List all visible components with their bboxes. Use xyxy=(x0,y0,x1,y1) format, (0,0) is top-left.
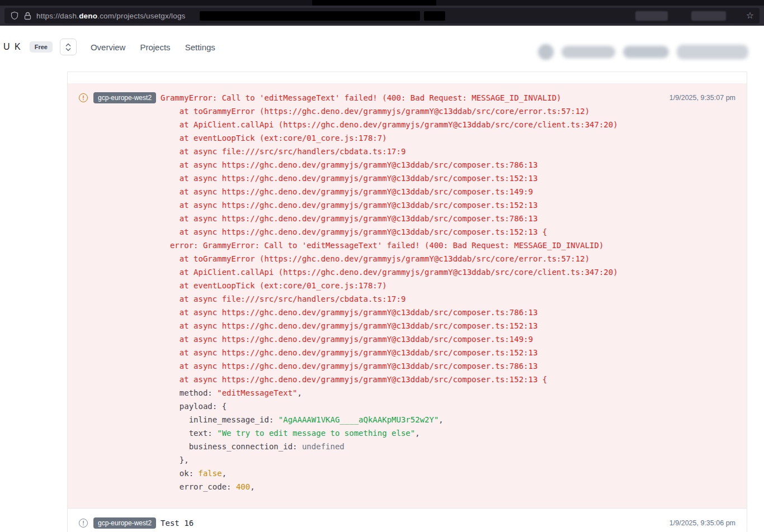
redacted-toolbar-item xyxy=(691,11,726,21)
url-scheme: https://dash. xyxy=(36,12,79,20)
log-text-segment: , xyxy=(438,415,443,424)
log-text-segment: "editMessageText" xyxy=(217,388,297,397)
info-level-icon: ! xyxy=(79,519,88,528)
log-text-segment: GrammyError: Call to 'editMessageText' f… xyxy=(161,93,561,102)
log-text-segment: "AgAAAAW1VKAG____aQkAAKpMU3r52w2Y" xyxy=(279,415,439,424)
log-text-segment: at async https://ghc.deno.dev/grammyjs/g… xyxy=(161,335,533,344)
site-header: U K Free Overview Projects Settings xyxy=(0,26,764,68)
log-text-segment: ok: xyxy=(161,469,198,478)
tab-strip[interactable] xyxy=(0,0,764,6)
log-text-segment: at async https://ghc.deno.dev/grammyjs/g… xyxy=(161,362,537,370)
log-text-segment: at toGrammyError (https://ghc.deno.dev/g… xyxy=(161,254,589,263)
redacted-header-area xyxy=(538,44,748,60)
log-text-segment: at eventLoopTick (ext:core/01_core.js:17… xyxy=(161,281,387,290)
log-text-segment: at async file:///src/src/handlers/cbdata… xyxy=(161,147,405,156)
log-text-segment: at toGrammyError (https://ghc.deno.dev/g… xyxy=(161,107,589,116)
log-text-segment: at ApiClient.callApi (https://ghc.deno.d… xyxy=(161,120,618,129)
url-path: .com/projects/usetgx/logs xyxy=(97,12,185,20)
plan-badge: Free xyxy=(30,41,53,53)
bookmark-star-icon[interactable]: ☆ xyxy=(746,11,754,20)
log-text-segment: at async https://ghc.deno.dev/grammyjs/g… xyxy=(161,227,547,236)
log-text-segment: at async https://ghc.deno.dev/grammyjs/g… xyxy=(161,214,537,223)
log-text-segment: at ApiClient.callApi (https://ghc.deno.d… xyxy=(161,268,618,277)
log-text-segment: at async https://ghc.deno.dev/grammyjs/g… xyxy=(161,174,537,183)
url-domain: deno xyxy=(79,12,97,20)
log-text-segment: business_connection_id: xyxy=(161,442,302,451)
log-text-segment: , xyxy=(415,429,419,438)
log-text-segment: "We try to edit message to something els… xyxy=(217,429,415,438)
redacted-header-item xyxy=(677,45,748,59)
url-bar[interactable]: https://dash.deno.com/projects/usetgx/lo… xyxy=(4,8,760,23)
redacted-toolbar-item xyxy=(635,11,668,21)
browser-chrome: https://dash.deno.com/projects/usetgx/lo… xyxy=(0,0,764,26)
log-text-segment: method: xyxy=(161,388,217,397)
log-entry[interactable]: !gcp-europe-west2Test 161/9/2025, 9:35:0… xyxy=(68,508,747,532)
log-text-segment: error: GrammyError: Call to 'editMessage… xyxy=(161,241,603,250)
url-bar-row: https://dash.deno.com/projects/usetgx/lo… xyxy=(0,6,764,26)
main-nav: Overview Projects Settings xyxy=(91,42,215,52)
org-switcher[interactable]: U K Free xyxy=(3,39,77,55)
log-text-segment: 400 xyxy=(236,482,250,491)
lock-icon[interactable] xyxy=(24,12,31,20)
shield-icon[interactable] xyxy=(10,11,19,20)
org-switcher-chevron-icon[interactable] xyxy=(60,39,77,55)
region-badge: gcp-europe-west2 xyxy=(93,517,156,529)
log-text-segment: false xyxy=(199,469,222,478)
log-text-segment: , xyxy=(298,388,302,397)
log-message: Test 16 xyxy=(161,516,661,530)
log-timestamp: 1/9/2025, 9:35:06 pm xyxy=(669,516,735,527)
log-panel[interactable]: !gcp-europe-west2GrammyError: Call to 'e… xyxy=(67,72,747,532)
log-text-segment: at async https://ghc.deno.dev/grammyjs/g… xyxy=(161,160,537,169)
log-text-segment: at async https://ghc.deno.dev/grammyjs/g… xyxy=(161,321,537,330)
redacted-url-segment xyxy=(200,11,420,21)
log-text-segment: undefined xyxy=(302,442,345,451)
log-entry[interactable]: !gcp-europe-west2GrammyError: Call to 'e… xyxy=(68,83,747,508)
log-text-segment: inline_message_id: xyxy=(161,415,279,424)
region-badge: gcp-europe-west2 xyxy=(93,92,156,103)
redacted-url-segment-small xyxy=(424,11,445,21)
log-text-segment: at async https://ghc.deno.dev/grammyjs/g… xyxy=(161,308,537,317)
log-text-segment: at async https://ghc.deno.dev/grammyjs/g… xyxy=(161,375,547,384)
log-text-segment: at eventLoopTick (ext:core/01_core.js:17… xyxy=(161,134,387,142)
redacted-header-item xyxy=(562,46,615,58)
log-text-segment: , xyxy=(250,482,254,491)
log-text-segment: at async https://ghc.deno.dev/grammyjs/g… xyxy=(161,201,537,210)
nav-projects[interactable]: Projects xyxy=(140,42,170,52)
log-list: !gcp-europe-west2GrammyError: Call to 'e… xyxy=(68,83,747,532)
log-text-segment: at async https://ghc.deno.dev/grammyjs/g… xyxy=(161,348,537,357)
log-text-segment: }, xyxy=(161,455,189,464)
nav-overview[interactable]: Overview xyxy=(91,42,126,52)
log-text-segment: payload: { xyxy=(161,402,227,411)
redacted-tab-title xyxy=(312,0,436,6)
redacted-header-item xyxy=(623,46,669,58)
redacted-avatar xyxy=(538,44,554,60)
log-text-segment: Test 16 xyxy=(161,519,194,528)
url-text: https://dash.deno.com/projects/usetgx/lo… xyxy=(36,12,186,20)
log-text-segment: , xyxy=(222,469,227,478)
error-level-icon: ! xyxy=(79,93,88,102)
log-message: GrammyError: Call to 'editMessageText' f… xyxy=(161,91,661,493)
log-text-segment: error_code: xyxy=(161,482,236,491)
log-timestamp: 1/9/2025, 9:35:07 pm xyxy=(669,91,735,102)
log-text-segment: at async https://ghc.deno.dev/grammyjs/g… xyxy=(161,187,533,196)
nav-settings[interactable]: Settings xyxy=(185,42,215,52)
org-name: U K xyxy=(3,42,22,52)
log-text-segment: at async file:///src/src/handlers/cbdata… xyxy=(161,294,405,303)
log-text-segment: text: xyxy=(161,429,217,438)
